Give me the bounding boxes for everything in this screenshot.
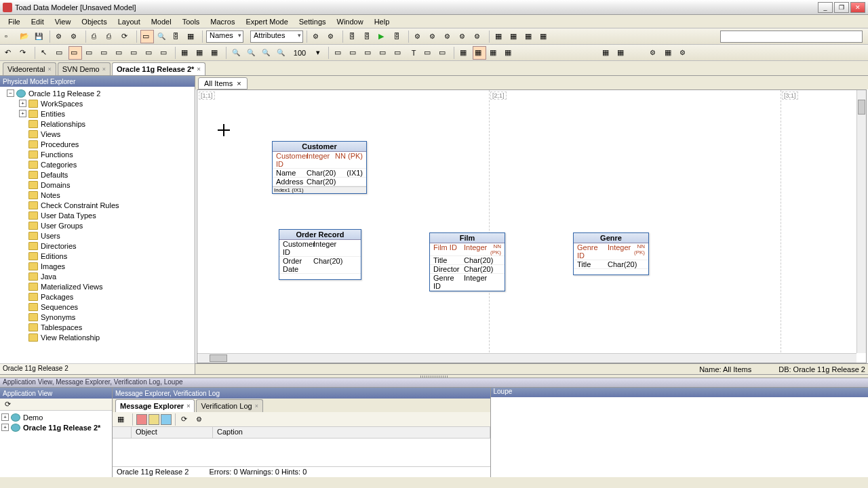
expand-icon[interactable]: + <box>1 413 9 421</box>
tb-btn-14[interactable] <box>326 30 339 43</box>
tb2-btn-23[interactable] <box>422 46 435 60</box>
tb-btn-8[interactable] <box>119 30 133 43</box>
tree-item-defaults[interactable]: Defaults <box>1 169 193 180</box>
tb2-btn-7[interactable] <box>128 46 142 60</box>
tree-item-domains[interactable]: Domains <box>1 180 193 190</box>
menu-edit[interactable]: Edit <box>26 16 50 27</box>
menu-objects[interactable]: Objects <box>76 16 112 27</box>
doc-tab-svn-demo[interactable]: SVN Demo × <box>58 62 111 75</box>
undo-button[interactable] <box>3 46 16 60</box>
tree-item-notes[interactable]: Notes <box>1 190 193 200</box>
zoom-dropdown[interactable]: ▾ <box>311 46 325 60</box>
tree-item-entities[interactable]: +Entities <box>1 108 193 119</box>
tb-btn-22[interactable] <box>457 30 471 43</box>
tb-btn-11[interactable] <box>170 30 184 43</box>
tb-btn-25[interactable] <box>508 30 521 43</box>
tb-btn-4[interactable] <box>54 30 67 43</box>
tb2-btn-8[interactable] <box>143 46 157 60</box>
relation-tool[interactable] <box>68 46 82 60</box>
display-combo-names[interactable]: Names <box>206 30 243 43</box>
app-tree-item[interactable]: + Oracle 11g Release 2* <box>1 422 111 432</box>
tb-btn-24[interactable] <box>493 30 507 43</box>
collapse-icon[interactable]: − <box>7 89 14 97</box>
tb2-btn-4[interactable] <box>83 46 97 60</box>
horizontal-scrollbar[interactable] <box>197 353 856 363</box>
tb2-btn-10[interactable] <box>179 46 193 60</box>
close-tab-icon[interactable]: × <box>255 403 258 409</box>
close-tab-icon[interactable]: × <box>197 66 200 73</box>
tree-item-synonyms[interactable]: Synonyms <box>1 312 193 322</box>
menu-settings[interactable]: Settings <box>294 16 332 27</box>
expand-icon[interactable]: + <box>19 110 26 117</box>
close-tab-icon[interactable]: × <box>237 79 241 87</box>
tb-btn-19[interactable] <box>412 30 426 43</box>
horizontal-splitter[interactable] <box>0 374 868 378</box>
app-view-tree[interactable]: + Demo + Oracle 11g Release 2* <box>0 411 112 477</box>
tb2-btn-27[interactable] <box>488 46 501 60</box>
tree-item-views[interactable]: Views <box>1 129 193 139</box>
tree-item-users[interactable]: Users <box>1 230 193 241</box>
tb-btn-18[interactable] <box>391 30 405 43</box>
print-preview-button[interactable] <box>104 30 118 43</box>
expand-icon[interactable]: + <box>1 424 9 431</box>
tb2-btn-31[interactable] <box>648 46 661 60</box>
tab-message-explorer[interactable]: Message Explorer × <box>115 399 195 412</box>
tree-item-packages[interactable]: Packages <box>1 291 193 302</box>
msg-tb-btn-2[interactable] <box>179 413 193 426</box>
canvas-tab-all-items[interactable]: All Items × <box>198 77 248 89</box>
tb-btn-23[interactable] <box>472 30 486 43</box>
menu-macros[interactable]: Macros <box>205 16 240 27</box>
tb-btn-5[interactable] <box>68 30 82 43</box>
scroll-thumb[interactable] <box>858 100 865 115</box>
pointer-tool[interactable] <box>39 46 52 60</box>
tb2-btn-20[interactable] <box>377 46 391 60</box>
tb2-btn-32[interactable] <box>663 46 676 60</box>
menu-help[interactable]: Help <box>369 16 395 27</box>
menu-view[interactable]: View <box>50 16 77 27</box>
menu-file[interactable]: File <box>3 16 26 27</box>
search-input[interactable] <box>720 30 863 43</box>
tb2-btn-18[interactable] <box>347 46 361 60</box>
tree-item-categories[interactable]: Categories <box>1 159 193 169</box>
tb-btn-26[interactable] <box>523 30 536 43</box>
new-button[interactable] <box>3 30 16 43</box>
print-button[interactable] <box>90 30 103 43</box>
tb2-btn-17[interactable] <box>332 46 346 60</box>
close-tab-icon[interactable]: × <box>186 403 190 409</box>
open-button[interactable] <box>18 30 31 43</box>
tb-btn-13[interactable] <box>311 30 324 43</box>
scroll-thumb[interactable] <box>210 354 227 362</box>
tree-item-materialized-views[interactable]: Materialized Views <box>1 281 193 291</box>
message-grid[interactable]: Object Caption <box>113 427 490 466</box>
zoom-fit-button[interactable] <box>260 46 273 60</box>
tb2-btn-11[interactable] <box>194 46 208 60</box>
tree-root[interactable]: − Oracle 11g Release 2 <box>1 88 193 98</box>
close-tab-icon[interactable]: × <box>102 66 106 73</box>
close-tab-icon[interactable]: × <box>47 66 51 73</box>
tree-item-images[interactable]: Images <box>1 261 193 271</box>
doc-tab-videorental[interactable]: Videorental × <box>3 62 56 75</box>
tree-item-java[interactable]: Java <box>1 271 193 281</box>
tree-item-functions[interactable]: Functions <box>1 149 193 159</box>
menu-window[interactable]: Window <box>332 16 369 27</box>
tb-btn-9[interactable] <box>140 30 154 43</box>
msg-tb-btn-1[interactable] <box>115 413 129 426</box>
redo-button[interactable] <box>18 46 31 60</box>
display-combo-attrs[interactable]: Attributes <box>250 30 303 43</box>
tree-item-editions[interactable]: Editions <box>1 251 193 261</box>
filter-hints[interactable] <box>161 414 172 425</box>
tb2-btn-21[interactable] <box>392 46 406 60</box>
tree-item-view-relationship[interactable]: View Relationship <box>1 332 193 342</box>
explorer-tree[interactable]: − Oracle 11g Release 2 +WorkSpaces+Entit… <box>0 87 195 363</box>
tab-verification-log[interactable]: Verification Log × <box>196 399 262 412</box>
tb2-btn-33[interactable] <box>677 46 691 60</box>
tb2-btn-5[interactable] <box>98 46 112 60</box>
tb2-btn-22[interactable]: T <box>407 46 420 60</box>
tb2-btn-26[interactable] <box>473 46 486 60</box>
entity-genre[interactable]: Genre Genre ID Integer NN (PK) Title Cha… <box>573 232 649 275</box>
tb2-btn-25[interactable] <box>458 46 471 60</box>
run-button[interactable] <box>376 30 390 43</box>
entity-order-record[interactable]: Order Record Customer ID Integer Order D… <box>279 229 361 280</box>
grid-col-icon[interactable] <box>113 427 132 438</box>
msg-tb-btn-3[interactable] <box>194 413 208 426</box>
